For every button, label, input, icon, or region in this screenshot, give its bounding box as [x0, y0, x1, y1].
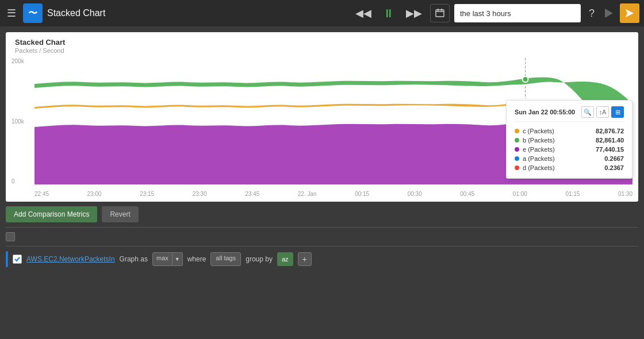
metric-name[interactable]: AWS.EC2.NetworkPacketsIn	[26, 255, 115, 263]
svg-rect-0	[436, 10, 444, 17]
tooltip-label-2: e (Packets)	[523, 146, 584, 153]
x-label-2300: 23:00	[87, 191, 102, 197]
hamburger-menu-icon[interactable]: ☰	[5, 5, 18, 22]
add-metric-field-button[interactable]: +	[298, 252, 312, 266]
graph-as-select[interactable]: max ▼	[152, 252, 183, 266]
send-button[interactable]	[620, 3, 639, 23]
add-comparison-button[interactable]: Add Comparison Metrics	[6, 206, 97, 222]
x-label-0030: 00:30	[408, 191, 422, 197]
metric-checkbox[interactable]	[13, 255, 22, 264]
tooltip-value-4: 0.2367	[584, 164, 624, 171]
x-label-2245: 22:45	[34, 191, 49, 197]
tooltip-time: Sun Jan 22 00:55:00	[515, 109, 575, 115]
main-content: Stacked Chart Packets / Second 200k 100k…	[0, 26, 644, 339]
tooltip-header: Sun Jan 22 00:55:00 🔍 ↕A ⊞	[515, 106, 624, 122]
x-label-0115: 01:15	[565, 191, 580, 197]
nav-fwd-fast-button[interactable]: ▶▶	[402, 5, 425, 22]
chart-container: Stacked Chart Packets / Second 200k 100k…	[6, 32, 638, 202]
chart-subtitle: Packets / Second	[15, 47, 64, 54]
tooltip-row-3: a (Packets) 0.2667	[515, 154, 624, 163]
x-label-0100: 01:00	[513, 191, 527, 197]
tooltip-label-3: a (Packets)	[523, 155, 584, 162]
app-logo: 〜	[23, 3, 43, 23]
where-label: where	[187, 255, 206, 263]
tooltip-label-0: c (Packets)	[523, 128, 584, 134]
x-label-0015: 00:15	[355, 191, 369, 197]
help-button[interactable]: ?	[585, 5, 598, 22]
tooltip-dot-2	[515, 147, 519, 152]
y-label-0: 0	[12, 178, 24, 184]
calendar-button[interactable]	[430, 4, 450, 22]
tooltip-value-3: 0.2667	[584, 155, 624, 162]
y-label-100k: 100k	[12, 118, 24, 125]
y-label-200k: 200k	[12, 58, 24, 64]
tags-input[interactable]: all tags	[210, 252, 241, 266]
tooltip-row-2: e (Packets) 77,440.15	[515, 145, 624, 154]
tooltip-label-1: b (Packets)	[523, 137, 584, 144]
graph-as-arrow-icon[interactable]: ▼	[172, 252, 183, 266]
tooltip-sort-button[interactable]: ↕A	[596, 106, 609, 118]
tooltip-value-0: 82,876.72	[584, 128, 624, 134]
revert-button[interactable]: Revert	[102, 206, 138, 222]
tooltip-value-2: 77,440.15	[584, 146, 624, 153]
topbar: ☰ 〜 Stacked Chart ◀◀ ⏸ ▶▶ ?	[0, 0, 644, 26]
nav-back-fast-button[interactable]: ◀◀	[352, 5, 375, 22]
az-button[interactable]: az	[277, 252, 293, 266]
time-range-input[interactable]	[454, 4, 581, 22]
tooltip-label-4: d (Packets)	[523, 164, 584, 171]
tooltip-dot-0	[515, 129, 519, 133]
tooltip-dot-3	[515, 156, 519, 161]
tooltip-row-4: d (Packets) 0.2367	[515, 163, 624, 172]
tooltip-dot-4	[515, 165, 519, 170]
metric-color-indicator	[6, 251, 8, 267]
tooltip-value-1: 82,861.40	[584, 137, 624, 144]
chart-y-axis: 200k 100k 0	[12, 58, 24, 184]
tooltip-row-0: c (Packets) 82,876.72	[515, 126, 624, 136]
x-label-2330: 23:30	[193, 191, 207, 197]
tooltip-grid-button[interactable]: ⊞	[611, 106, 624, 118]
chart-title: Stacked Chart	[15, 38, 65, 47]
chart-tooltip: Sun Jan 22 00:55:00 🔍 ↕A ⊞ c (Packets) 8…	[506, 100, 632, 179]
page-title: Stacked Chart	[47, 8, 105, 18]
tooltip-rows: c (Packets) 82,876.72 b (Packets) 82,861…	[515, 126, 624, 172]
x-label-2315: 23:15	[140, 191, 154, 197]
x-label-2345: 23:45	[245, 191, 259, 197]
tooltip-row-1: b (Packets) 82,861.40	[515, 136, 624, 145]
group-by-label: group by	[246, 255, 273, 263]
metrics-area: AWS.EC2.NetworkPacketsIn Graph as max ▼ …	[0, 227, 644, 339]
metric-empty-checkbox[interactable]	[6, 232, 15, 241]
svg-marker-4	[626, 9, 634, 17]
graph-as-label: Graph as	[120, 255, 148, 263]
metric-empty-row	[6, 227, 638, 246]
chart-x-axis: 22:45 23:00 23:15 23:30 23:45 22. Jan 00…	[34, 191, 632, 197]
arrow-icon	[605, 9, 613, 18]
bottom-controls: Add Comparison Metrics Revert	[0, 202, 644, 227]
x-label-0130: 01:30	[618, 191, 632, 197]
datapoint-b	[523, 76, 528, 82]
x-label-0045: 00:45	[460, 191, 474, 197]
metric-row: AWS.EC2.NetworkPacketsIn Graph as max ▼ …	[6, 246, 638, 272]
tooltip-search-button[interactable]: 🔍	[581, 106, 594, 118]
tooltip-dot-1	[515, 138, 519, 142]
tooltip-actions: 🔍 ↕A ⊞	[581, 106, 624, 118]
nav-pause-button[interactable]: ⏸	[379, 5, 398, 22]
graph-as-value: max	[152, 252, 172, 266]
x-label-jan22: 22. Jan	[298, 191, 317, 197]
